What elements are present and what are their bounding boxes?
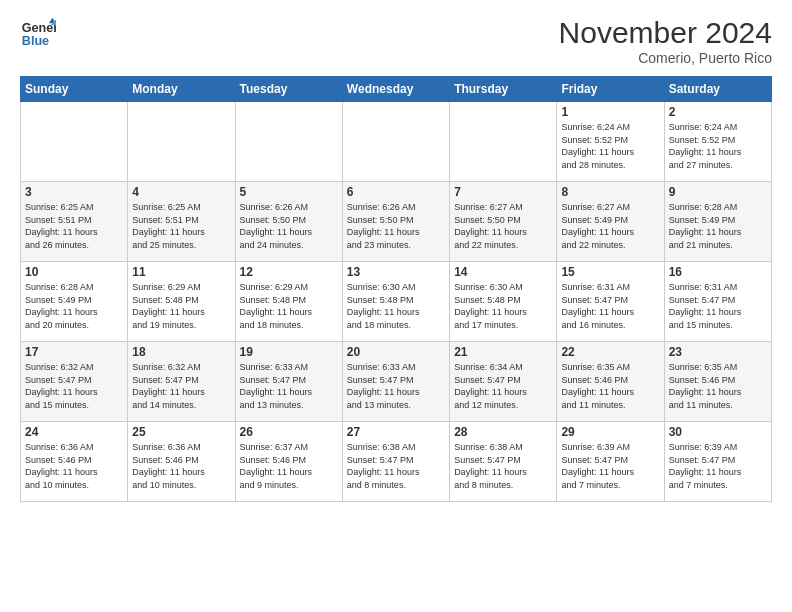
day-number: 1 bbox=[561, 105, 659, 119]
day-number: 20 bbox=[347, 345, 445, 359]
day-info: Sunrise: 6:30 AM Sunset: 5:48 PM Dayligh… bbox=[347, 281, 445, 331]
day-info: Sunrise: 6:39 AM Sunset: 5:47 PM Dayligh… bbox=[561, 441, 659, 491]
page-header: General Blue November 2024 Comerio, Puer… bbox=[20, 16, 772, 66]
day-cell bbox=[342, 102, 449, 182]
day-cell: 22Sunrise: 6:35 AM Sunset: 5:46 PM Dayli… bbox=[557, 342, 664, 422]
day-cell: 21Sunrise: 6:34 AM Sunset: 5:47 PM Dayli… bbox=[450, 342, 557, 422]
day-info: Sunrise: 6:35 AM Sunset: 5:46 PM Dayligh… bbox=[561, 361, 659, 411]
day-info: Sunrise: 6:39 AM Sunset: 5:47 PM Dayligh… bbox=[669, 441, 767, 491]
header-friday: Friday bbox=[557, 77, 664, 102]
day-info: Sunrise: 6:37 AM Sunset: 5:46 PM Dayligh… bbox=[240, 441, 338, 491]
day-cell bbox=[235, 102, 342, 182]
day-cell: 4Sunrise: 6:25 AM Sunset: 5:51 PM Daylig… bbox=[128, 182, 235, 262]
day-info: Sunrise: 6:36 AM Sunset: 5:46 PM Dayligh… bbox=[132, 441, 230, 491]
day-cell: 27Sunrise: 6:38 AM Sunset: 5:47 PM Dayli… bbox=[342, 422, 449, 502]
day-number: 22 bbox=[561, 345, 659, 359]
day-number: 12 bbox=[240, 265, 338, 279]
day-number: 21 bbox=[454, 345, 552, 359]
day-info: Sunrise: 6:34 AM Sunset: 5:47 PM Dayligh… bbox=[454, 361, 552, 411]
day-number: 26 bbox=[240, 425, 338, 439]
day-number: 23 bbox=[669, 345, 767, 359]
day-cell: 2Sunrise: 6:24 AM Sunset: 5:52 PM Daylig… bbox=[664, 102, 771, 182]
day-info: Sunrise: 6:26 AM Sunset: 5:50 PM Dayligh… bbox=[347, 201, 445, 251]
day-number: 2 bbox=[669, 105, 767, 119]
day-info: Sunrise: 6:36 AM Sunset: 5:46 PM Dayligh… bbox=[25, 441, 123, 491]
day-number: 27 bbox=[347, 425, 445, 439]
day-number: 10 bbox=[25, 265, 123, 279]
month-title: November 2024 bbox=[559, 16, 772, 50]
day-cell: 13Sunrise: 6:30 AM Sunset: 5:48 PM Dayli… bbox=[342, 262, 449, 342]
day-cell: 9Sunrise: 6:28 AM Sunset: 5:49 PM Daylig… bbox=[664, 182, 771, 262]
day-info: Sunrise: 6:33 AM Sunset: 5:47 PM Dayligh… bbox=[347, 361, 445, 411]
day-cell: 1Sunrise: 6:24 AM Sunset: 5:52 PM Daylig… bbox=[557, 102, 664, 182]
day-cell: 10Sunrise: 6:28 AM Sunset: 5:49 PM Dayli… bbox=[21, 262, 128, 342]
day-cell: 17Sunrise: 6:32 AM Sunset: 5:47 PM Dayli… bbox=[21, 342, 128, 422]
location-subtitle: Comerio, Puerto Rico bbox=[559, 50, 772, 66]
day-cell: 11Sunrise: 6:29 AM Sunset: 5:48 PM Dayli… bbox=[128, 262, 235, 342]
page-container: General Blue November 2024 Comerio, Puer… bbox=[0, 0, 792, 512]
header-thursday: Thursday bbox=[450, 77, 557, 102]
day-info: Sunrise: 6:29 AM Sunset: 5:48 PM Dayligh… bbox=[240, 281, 338, 331]
day-number: 29 bbox=[561, 425, 659, 439]
day-info: Sunrise: 6:38 AM Sunset: 5:47 PM Dayligh… bbox=[454, 441, 552, 491]
day-info: Sunrise: 6:38 AM Sunset: 5:47 PM Dayligh… bbox=[347, 441, 445, 491]
svg-text:Blue: Blue bbox=[22, 34, 49, 48]
day-cell bbox=[450, 102, 557, 182]
day-cell: 16Sunrise: 6:31 AM Sunset: 5:47 PM Dayli… bbox=[664, 262, 771, 342]
day-number: 8 bbox=[561, 185, 659, 199]
day-number: 30 bbox=[669, 425, 767, 439]
logo: General Blue bbox=[20, 16, 56, 52]
header-sunday: Sunday bbox=[21, 77, 128, 102]
day-cell: 23Sunrise: 6:35 AM Sunset: 5:46 PM Dayli… bbox=[664, 342, 771, 422]
day-number: 24 bbox=[25, 425, 123, 439]
calendar-table: SundayMondayTuesdayWednesdayThursdayFrid… bbox=[20, 76, 772, 502]
day-cell: 12Sunrise: 6:29 AM Sunset: 5:48 PM Dayli… bbox=[235, 262, 342, 342]
day-info: Sunrise: 6:26 AM Sunset: 5:50 PM Dayligh… bbox=[240, 201, 338, 251]
day-info: Sunrise: 6:29 AM Sunset: 5:48 PM Dayligh… bbox=[132, 281, 230, 331]
day-cell: 8Sunrise: 6:27 AM Sunset: 5:49 PM Daylig… bbox=[557, 182, 664, 262]
day-cell: 29Sunrise: 6:39 AM Sunset: 5:47 PM Dayli… bbox=[557, 422, 664, 502]
day-number: 5 bbox=[240, 185, 338, 199]
header-saturday: Saturday bbox=[664, 77, 771, 102]
day-info: Sunrise: 6:27 AM Sunset: 5:49 PM Dayligh… bbox=[561, 201, 659, 251]
day-cell: 3Sunrise: 6:25 AM Sunset: 5:51 PM Daylig… bbox=[21, 182, 128, 262]
day-cell: 7Sunrise: 6:27 AM Sunset: 5:50 PM Daylig… bbox=[450, 182, 557, 262]
week-row-2: 10Sunrise: 6:28 AM Sunset: 5:49 PM Dayli… bbox=[21, 262, 772, 342]
week-row-0: 1Sunrise: 6:24 AM Sunset: 5:52 PM Daylig… bbox=[21, 102, 772, 182]
day-number: 15 bbox=[561, 265, 659, 279]
week-row-3: 17Sunrise: 6:32 AM Sunset: 5:47 PM Dayli… bbox=[21, 342, 772, 422]
day-cell: 19Sunrise: 6:33 AM Sunset: 5:47 PM Dayli… bbox=[235, 342, 342, 422]
header-row: SundayMondayTuesdayWednesdayThursdayFrid… bbox=[21, 77, 772, 102]
day-number: 16 bbox=[669, 265, 767, 279]
header-monday: Monday bbox=[128, 77, 235, 102]
day-number: 25 bbox=[132, 425, 230, 439]
calendar-body: 1Sunrise: 6:24 AM Sunset: 5:52 PM Daylig… bbox=[21, 102, 772, 502]
day-info: Sunrise: 6:31 AM Sunset: 5:47 PM Dayligh… bbox=[561, 281, 659, 331]
day-number: 13 bbox=[347, 265, 445, 279]
day-info: Sunrise: 6:33 AM Sunset: 5:47 PM Dayligh… bbox=[240, 361, 338, 411]
day-cell: 30Sunrise: 6:39 AM Sunset: 5:47 PM Dayli… bbox=[664, 422, 771, 502]
day-info: Sunrise: 6:31 AM Sunset: 5:47 PM Dayligh… bbox=[669, 281, 767, 331]
day-number: 14 bbox=[454, 265, 552, 279]
day-cell: 6Sunrise: 6:26 AM Sunset: 5:50 PM Daylig… bbox=[342, 182, 449, 262]
day-cell: 15Sunrise: 6:31 AM Sunset: 5:47 PM Dayli… bbox=[557, 262, 664, 342]
week-row-1: 3Sunrise: 6:25 AM Sunset: 5:51 PM Daylig… bbox=[21, 182, 772, 262]
day-info: Sunrise: 6:35 AM Sunset: 5:46 PM Dayligh… bbox=[669, 361, 767, 411]
day-cell: 20Sunrise: 6:33 AM Sunset: 5:47 PM Dayli… bbox=[342, 342, 449, 422]
day-cell: 26Sunrise: 6:37 AM Sunset: 5:46 PM Dayli… bbox=[235, 422, 342, 502]
day-number: 6 bbox=[347, 185, 445, 199]
day-info: Sunrise: 6:30 AM Sunset: 5:48 PM Dayligh… bbox=[454, 281, 552, 331]
day-cell: 28Sunrise: 6:38 AM Sunset: 5:47 PM Dayli… bbox=[450, 422, 557, 502]
day-cell: 25Sunrise: 6:36 AM Sunset: 5:46 PM Dayli… bbox=[128, 422, 235, 502]
header-tuesday: Tuesday bbox=[235, 77, 342, 102]
header-wednesday: Wednesday bbox=[342, 77, 449, 102]
day-cell bbox=[128, 102, 235, 182]
week-row-4: 24Sunrise: 6:36 AM Sunset: 5:46 PM Dayli… bbox=[21, 422, 772, 502]
day-cell: 24Sunrise: 6:36 AM Sunset: 5:46 PM Dayli… bbox=[21, 422, 128, 502]
day-number: 7 bbox=[454, 185, 552, 199]
day-info: Sunrise: 6:25 AM Sunset: 5:51 PM Dayligh… bbox=[25, 201, 123, 251]
calendar-header: SundayMondayTuesdayWednesdayThursdayFrid… bbox=[21, 77, 772, 102]
day-number: 28 bbox=[454, 425, 552, 439]
day-number: 9 bbox=[669, 185, 767, 199]
day-number: 4 bbox=[132, 185, 230, 199]
